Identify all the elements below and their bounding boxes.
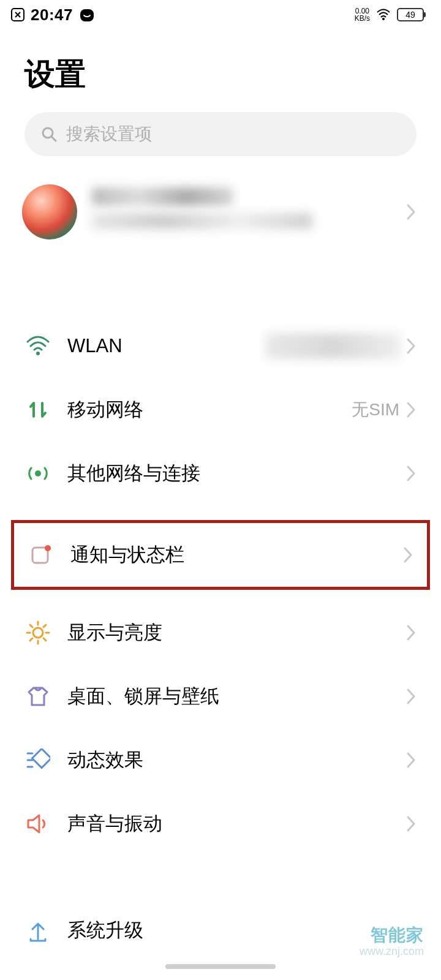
watermark: 智能家 www.znj.com bbox=[360, 925, 424, 958]
search-icon bbox=[40, 126, 58, 143]
svg-line-17 bbox=[30, 638, 32, 641]
svg-point-8 bbox=[45, 545, 51, 551]
item-value bbox=[266, 333, 401, 359]
svg-point-5 bbox=[36, 352, 40, 355]
close-x-icon bbox=[11, 8, 24, 21]
account-item[interactable] bbox=[0, 156, 441, 268]
item-label: 动态效果 bbox=[67, 747, 405, 773]
effects-icon bbox=[24, 747, 51, 774]
chevron-right-icon bbox=[405, 687, 417, 706]
item-label: WLAN bbox=[67, 335, 266, 357]
chevron-right-icon bbox=[405, 815, 417, 833]
settings-item-mobile-network[interactable]: 移动网络 无SIM bbox=[0, 378, 441, 442]
chevron-right-icon bbox=[405, 203, 417, 221]
item-value: 无SIM bbox=[352, 398, 399, 421]
svg-line-14 bbox=[30, 625, 32, 627]
wifi-icon bbox=[24, 333, 51, 360]
item-label: 其他网络与连接 bbox=[67, 461, 405, 486]
highlight-box: 通知与状态栏 bbox=[11, 520, 430, 590]
settings-item-effects[interactable]: 动态效果 bbox=[0, 728, 441, 792]
svg-point-6 bbox=[35, 470, 41, 477]
settings-item-sound[interactable]: 声音与振动 bbox=[0, 792, 441, 856]
item-label: 移动网络 bbox=[67, 397, 352, 423]
item-label: 显示与亮度 bbox=[67, 620, 405, 646]
home-indicator[interactable] bbox=[165, 964, 276, 969]
item-label: 通知与状态栏 bbox=[70, 542, 402, 568]
brightness-icon bbox=[24, 619, 51, 646]
network-speed: 0.00 KB/s bbox=[355, 7, 370, 22]
mobile-data-icon bbox=[24, 396, 51, 423]
settings-item-display[interactable]: 显示与亮度 bbox=[0, 601, 441, 665]
hotspot-icon bbox=[24, 460, 51, 487]
svg-rect-1 bbox=[80, 9, 94, 21]
search-placeholder: 搜索设置项 bbox=[66, 123, 152, 146]
svg-point-9 bbox=[33, 628, 43, 638]
settings-item-home-lock-wallpaper[interactable]: 桌面、锁屏与壁纸 bbox=[0, 665, 441, 728]
sound-icon bbox=[24, 810, 51, 837]
svg-line-15 bbox=[43, 638, 46, 641]
search-input[interactable]: 搜索设置项 bbox=[24, 112, 417, 156]
avatar bbox=[22, 184, 77, 239]
chevron-right-icon bbox=[405, 624, 417, 642]
chevron-right-icon bbox=[405, 337, 417, 355]
item-label: 声音与振动 bbox=[67, 811, 405, 837]
settings-item-notification[interactable]: 通知与状态栏 bbox=[14, 523, 427, 587]
chevron-right-icon bbox=[402, 546, 413, 564]
chevron-right-icon bbox=[405, 401, 417, 419]
svg-line-16 bbox=[43, 625, 46, 627]
svg-line-4 bbox=[51, 137, 56, 141]
svg-rect-21 bbox=[32, 748, 50, 767]
status-bar: 20:47 0.00 KB/s 49 bbox=[0, 0, 441, 29]
item-label: 桌面、锁屏与壁纸 bbox=[67, 684, 405, 709]
page-title: 设置 bbox=[0, 29, 441, 112]
bag-icon bbox=[79, 7, 95, 23]
chevron-right-icon bbox=[405, 464, 417, 483]
clock-label: 20:47 bbox=[31, 6, 73, 24]
wifi-icon bbox=[376, 9, 391, 21]
update-arrow-icon bbox=[24, 917, 51, 944]
notification-icon bbox=[28, 541, 55, 568]
chevron-right-icon bbox=[405, 751, 417, 769]
settings-item-wlan[interactable]: WLAN bbox=[0, 314, 441, 378]
svg-point-2 bbox=[382, 18, 385, 20]
account-text bbox=[92, 187, 405, 236]
shirt-icon bbox=[24, 683, 51, 710]
battery-icon: 49 bbox=[397, 8, 424, 21]
settings-item-other-network[interactable]: 其他网络与连接 bbox=[0, 442, 441, 505]
